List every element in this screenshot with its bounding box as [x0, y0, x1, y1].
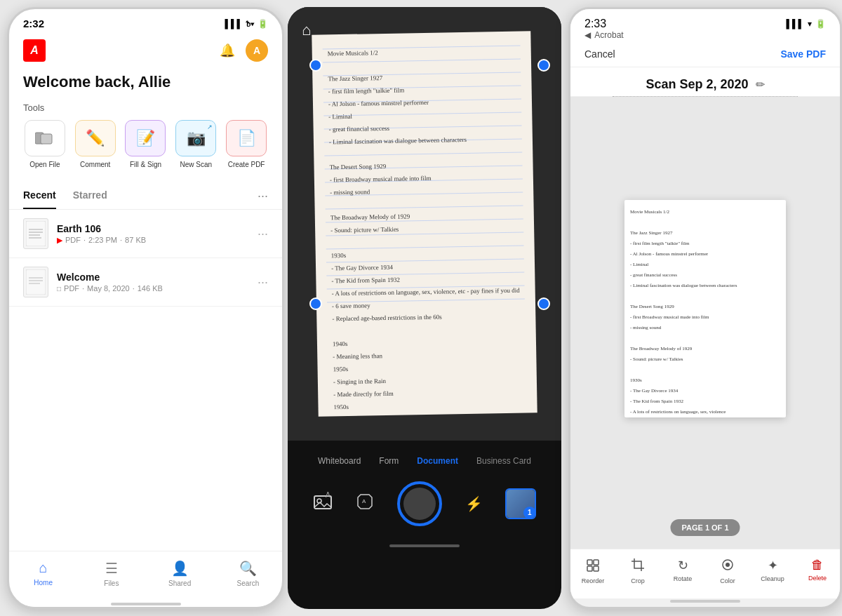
svg-rect-7: [26, 269, 46, 295]
tool-fill-sign[interactable]: 📝 Fill & Sign: [124, 120, 168, 168]
tab-recent[interactable]: Recent: [23, 182, 56, 209]
page-counter-area: PAGE 1 OF 1: [570, 521, 840, 549]
preview-handwriting: Movie Musicals 1/2 The Jazz Singer 1927 …: [624, 200, 786, 417]
file-more-earth[interactable]: ···: [258, 227, 268, 241]
tool-create-pdf[interactable]: 📄 Create PDF: [225, 120, 268, 168]
svg-rect-16: [594, 560, 599, 565]
bottom-nav: ⌂ Home ☰ Files 👤 Shared 🔍 Search: [9, 551, 282, 601]
toolbar-rotate[interactable]: ↻ Rotate: [660, 555, 705, 587]
file-size-welcome: 146 KB: [138, 284, 163, 293]
toolbar-crop[interactable]: Crop: [615, 555, 660, 587]
reorder-label: Reorder: [582, 577, 605, 584]
toolbar-color[interactable]: Color: [705, 555, 750, 587]
signal-icon-3: ▌▌▌: [786, 19, 804, 29]
mode-document[interactable]: Document: [414, 455, 461, 467]
fill-sign-icon: 📝: [125, 120, 166, 156]
nav-shared[interactable]: 👤 Shared: [146, 557, 214, 590]
file-item-earth[interactable]: Earth 106 ▶ PDF · 2:23 PM · 87 KB ···: [9, 210, 282, 258]
files-nav-icon: ☰: [105, 560, 118, 577]
home-indicator-1: [111, 603, 181, 605]
open-file-label: Open File: [29, 161, 60, 168]
toolbar-cleanup[interactable]: ✦ Cleanup: [750, 555, 795, 587]
time-1: 2:32: [23, 18, 44, 29]
nav-files[interactable]: ☰ Files: [77, 557, 145, 590]
shutter-inner: [403, 488, 436, 520]
toolbar-delete[interactable]: 🗑 Delete: [795, 555, 840, 587]
file-meta-welcome: □ PDF · May 8, 2020 · 146 KB: [57, 284, 258, 293]
svg-rect-18: [594, 566, 599, 571]
shutter-button[interactable]: [397, 481, 442, 526]
mode-whiteboard[interactable]: Whiteboard: [315, 455, 363, 467]
signal-icon: ▌▌▌: [225, 19, 243, 29]
camera-home-button[interactable]: ⌂: [302, 21, 311, 39]
file-thumb-welcome: [23, 267, 48, 297]
notification-bell-icon[interactable]: 🔔: [218, 41, 237, 60]
mode-business-card[interactable]: Business Card: [474, 455, 534, 467]
mode-form[interactable]: Form: [376, 455, 401, 467]
tool-new-scan[interactable]: 📷 ↗ New Scan: [174, 120, 218, 168]
cancel-button[interactable]: Cancel: [584, 48, 615, 60]
file-name-earth: Earth 106: [57, 223, 258, 234]
time-3: 2:33: [584, 18, 606, 30]
header-actions: 🔔 A: [218, 39, 268, 62]
thumbnail-preview[interactable]: 1: [505, 488, 536, 519]
spacer-1: [9, 601, 282, 607]
tool-open-file[interactable]: Open File: [23, 120, 67, 168]
tool-comment[interactable]: ✏️ Comment: [74, 120, 117, 168]
nav-search[interactable]: 🔍 Search: [214, 557, 282, 590]
gallery-button[interactable]: A: [313, 492, 333, 516]
acrobat-letter: A: [30, 44, 39, 57]
back-label: ◀ Acrobat: [570, 30, 840, 43]
status-icons-3: ▌▌▌ ▾ 🔋: [786, 19, 826, 29]
battery-icon-3: 🔋: [815, 19, 826, 29]
preview-page: Movie Musicals 1/2 The Jazz Singer 1927 …: [624, 200, 786, 417]
svg-text:A: A: [326, 492, 330, 499]
file-meta-earth: ▶ PDF · 2:23 PM · 87 KB: [57, 236, 258, 245]
save-pdf-button[interactable]: Save PDF: [780, 48, 826, 60]
new-scan-icon: 📷 ↗: [175, 120, 216, 156]
file-info-welcome: Welcome □ PDF · May 8, 2020 · 146 KB: [57, 272, 258, 293]
cleanup-icon: ✦: [768, 558, 778, 573]
file-more-welcome[interactable]: ···: [258, 275, 268, 290]
tabs-more-button[interactable]: ···: [258, 189, 268, 203]
pdf-badge-earth: ▶: [57, 236, 62, 245]
auto-scan-button[interactable]: A: [355, 492, 375, 516]
nav-home[interactable]: ⌂ Home: [9, 557, 77, 590]
thumb-count-badge: 1: [523, 507, 536, 519]
svg-rect-15: [587, 560, 592, 565]
scan-overlay: Movie Musicals 1/2 The Jazz Singer 1927 …: [288, 7, 561, 441]
tools-label: Tools: [23, 102, 268, 113]
svg-rect-19: [634, 561, 641, 568]
screen2-camera: ⌂: [288, 7, 561, 609]
tab-starred[interactable]: Starred: [73, 182, 107, 209]
home-icon: ⌂: [302, 21, 311, 39]
edit-title-icon[interactable]: ✏: [756, 78, 765, 91]
home-indicator-3: [670, 600, 740, 603]
rotate-icon: ↻: [678, 558, 688, 573]
file-date-welcome: May 8, 2020: [87, 284, 130, 293]
color-icon: [721, 558, 735, 575]
camera-modes: Whiteboard Form Document Business Card: [288, 449, 561, 473]
cleanup-label: Cleanup: [761, 575, 784, 582]
file-item-welcome[interactable]: Welcome □ PDF · May 8, 2020 · 146 KB ···: [9, 258, 282, 307]
user-avatar[interactable]: A: [246, 39, 268, 62]
doc-icon: □: [57, 285, 61, 293]
welcome-heading: Welcome back, Allie: [9, 69, 282, 102]
search-nav-label: Search: [237, 580, 260, 587]
back-text: Acrobat: [594, 30, 623, 40]
bullet2: ·: [120, 236, 122, 244]
crop-label: Crop: [631, 577, 645, 584]
file-size-earth: 87 KB: [125, 236, 146, 244]
preview-title-bar: Scan Sep 2, 2020 ✏: [570, 67, 840, 96]
camera-view: ⌂: [288, 7, 561, 441]
toolbar-reorder[interactable]: Reorder: [570, 555, 615, 587]
flash-button[interactable]: ⚡: [465, 495, 483, 513]
svg-rect-1: [41, 134, 52, 144]
acrobat-logo: A: [23, 39, 46, 62]
camera-bottom: Whiteboard Form Document Business Card A…: [288, 441, 561, 547]
header-bar-1: A 🔔 A: [9, 35, 282, 69]
file-info-earth: Earth 106 ▶ PDF · 2:23 PM · 87 KB: [57, 223, 258, 245]
open-file-icon: [25, 120, 65, 156]
files-nav-label: Files: [104, 580, 119, 587]
file-thumb-earth: [23, 218, 48, 249]
